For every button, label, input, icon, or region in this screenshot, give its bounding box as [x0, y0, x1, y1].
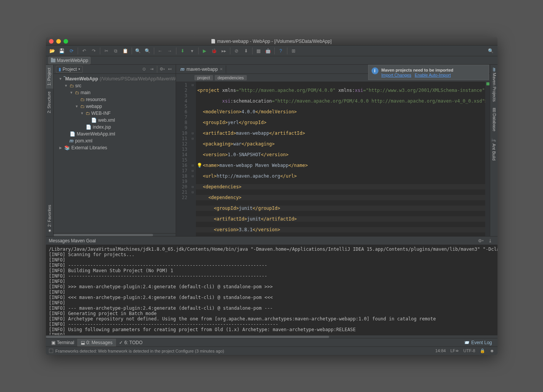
fold-gutter[interactable]: ⊟⊟⊟⊟⊟⊟⊟⊟ [190, 82, 196, 236]
scroll-from-source-icon[interactable]: ⊙ [141, 66, 148, 73]
separator [176, 47, 176, 54]
run-icon[interactable]: ▶ [201, 47, 209, 55]
structure-icon[interactable]: ⊞ [289, 47, 298, 55]
window-controls [49, 39, 68, 44]
crumb-dependencies[interactable]: dependencies [215, 75, 247, 80]
breadcrumb-item[interactable]: MavenWebApp [48, 57, 91, 64]
tree-node-webapp[interactable]: ▼🗀webapp [54, 103, 176, 110]
left-tool-strip: 1: Project 2: Structure ★ 2: Favorites [46, 65, 54, 236]
breadcrumb-label: MavenWebApp [57, 58, 88, 63]
cut-icon[interactable]: ✂ [102, 47, 111, 55]
intention-bulb-icon[interactable]: 💡 [197, 163, 202, 168]
database-tab[interactable]: 🗄 Database [490, 105, 497, 134]
folder-icon [51, 59, 55, 62]
project-view-selector[interactable]: ▮ Project ▾ [56, 66, 83, 73]
tree-node-webxml[interactable]: 📄web.xml [54, 117, 176, 124]
find-icon[interactable]: 🔍 [134, 47, 142, 55]
status-checkbox[interactable] [49, 349, 53, 353]
settings-icon[interactable]: ⚙▾ [159, 66, 166, 73]
hide-icon[interactable]: ↤ [166, 66, 173, 73]
copy-icon[interactable]: ⧉ [112, 47, 120, 55]
tree-node-indexjsp[interactable]: 📄index.jsp [54, 124, 176, 131]
save-icon[interactable]: 💾 [58, 47, 66, 55]
main-area: 1: Project 2: Structure ★ 2: Favorites ▮… [46, 65, 497, 236]
tree-node-pom[interactable]: mpom.xml [54, 137, 176, 144]
line-separator[interactable]: LF≑ [450, 348, 459, 353]
window-title: maven-webapp - WebApp - [/Volumes/PSData… [211, 39, 331, 44]
lock-icon[interactable]: 🔒 [480, 348, 485, 353]
messages-output[interactable]: /Library/Java/JavaVirtualMachines/jdk1.8… [46, 245, 497, 335]
messages-settings-icon[interactable]: ⚙▾ [477, 237, 485, 245]
messages-scrollbar[interactable] [46, 335, 497, 338]
collapse-all-icon[interactable]: ⇥ [148, 66, 155, 73]
tree-node-extlibs[interactable]: ▶📚External Libraries [54, 144, 176, 151]
paste-icon[interactable]: 📋 [121, 47, 130, 55]
debug-icon[interactable]: 🐞 [210, 47, 219, 55]
make-icon[interactable]: ⬇︎ [178, 47, 187, 55]
project-tool-tab[interactable]: 1: Project [46, 65, 53, 88]
stop-icon[interactable]: ⊘ [232, 47, 241, 55]
terminal-tab[interactable]: ▣ Terminal [48, 339, 77, 346]
undo-icon[interactable]: ↶ [80, 47, 88, 55]
file-icon [211, 39, 215, 44]
zoom-window-button[interactable] [64, 39, 68, 44]
import-notification: i Maven projects need to be imported Imp… [368, 65, 489, 80]
file-encoding[interactable]: UTF-8 [463, 348, 475, 353]
info-icon: i [372, 67, 378, 74]
vcs-icon[interactable]: ⬇ [242, 47, 250, 55]
main-toolbar: 📂 💾 ⟳ ↶ ↷ ✂ ⧉ 📋 🔍 🔍 ← → ⬇︎ ▾ ▶ 🐞 ▸▸ ⊘ ⬇ … [46, 46, 497, 56]
separator [132, 47, 132, 54]
maven-icon: m [181, 67, 185, 72]
code-content[interactable]: <project xmlns="http://maven.apache.org/… [196, 82, 485, 236]
status-message: Frameworks detected: Web framework is de… [55, 349, 224, 353]
ide-window: maven-webapp - WebApp - [/Volumes/PSData… [46, 37, 497, 355]
project-panel-header: ▮ Project ▾ ⊙ ⇥ ⚙▾ ↤ [54, 65, 176, 74]
open-icon[interactable]: 📂 [48, 47, 57, 55]
forward-icon[interactable]: → [166, 47, 174, 55]
android-icon[interactable]: 🤖 [264, 47, 272, 55]
messages-hide-icon[interactable]: ⤓ [486, 237, 494, 245]
caret-position[interactable]: 14:84 [435, 348, 446, 353]
notification-title: Maven projects need to be imported [382, 67, 453, 73]
minimize-window-button[interactable] [56, 39, 61, 44]
hector-icon[interactable]: ☻ [490, 348, 494, 353]
project-scrollbar[interactable] [54, 233, 176, 236]
close-tab-icon[interactable]: ✕ [220, 67, 223, 71]
tree-node-iml[interactable]: 📄MavenWebApp.iml [54, 131, 176, 137]
search-everywhere-icon[interactable]: 🔍 [487, 47, 495, 55]
tree-module-root[interactable]: ▼MavenWebApp (/Volumes/PSData/WebApp/Mav… [54, 75, 176, 82]
separator [252, 47, 253, 54]
avd-icon[interactable]: ▦ [254, 47, 263, 55]
tree-node-resources[interactable]: 🗀resources [54, 96, 176, 103]
sync-icon[interactable]: ⟳ [67, 47, 76, 55]
back-icon[interactable]: ← [156, 47, 165, 55]
coverage-icon[interactable]: ▸▸ [220, 47, 228, 55]
editor-tabs: m maven-webapp ✕ i Maven projects need t… [176, 65, 490, 74]
todo-tab[interactable]: ✓ 6: TODO [116, 339, 146, 346]
validation-strip[interactable] [485, 82, 490, 236]
messages-tab[interactable]: ⬓ 0: Messages [77, 339, 116, 346]
help-icon[interactable]: ? [277, 47, 285, 55]
crumb-project[interactable]: project [194, 75, 213, 80]
separator [100, 47, 100, 54]
tree-node-webinf[interactable]: ▼🗀WEB-INF [54, 110, 176, 117]
tree-node-src[interactable]: ▼🗀src [54, 82, 176, 89]
import-changes-link[interactable]: Import Changes [382, 73, 411, 77]
config-dropdown[interactable]: ▾ [188, 47, 196, 55]
redo-icon[interactable]: ↷ [90, 47, 98, 55]
separator [198, 47, 199, 54]
ant-build-tab[interactable]: 🐜 Ant Build [490, 134, 497, 163]
structure-tool-tab[interactable]: 2: Structure [46, 88, 53, 116]
favorites-tool-tab[interactable]: ★ 2: Favorites [46, 202, 53, 236]
tree-node-main[interactable]: ▼🗀main [54, 89, 176, 96]
status-bar: Frameworks detected: Web framework is de… [46, 346, 497, 355]
separator [230, 47, 230, 54]
project-tree[interactable]: ▼MavenWebApp (/Volumes/PSData/WebApp/Mav… [54, 74, 176, 233]
replace-icon[interactable]: 🔍 [143, 47, 152, 55]
editor-tab-pom[interactable]: m maven-webapp ✕ [178, 65, 227, 73]
code-editor[interactable]: 12345678910111213141516171819202122 ⊟⊟⊟⊟… [176, 82, 490, 236]
enable-auto-import-link[interactable]: Enable Auto-Import [415, 73, 451, 77]
close-window-button[interactable] [49, 39, 54, 44]
event-log-tab[interactable]: 📨 Event Log [464, 340, 495, 345]
maven-projects-tab[interactable]: m Maven Projects [490, 65, 497, 105]
